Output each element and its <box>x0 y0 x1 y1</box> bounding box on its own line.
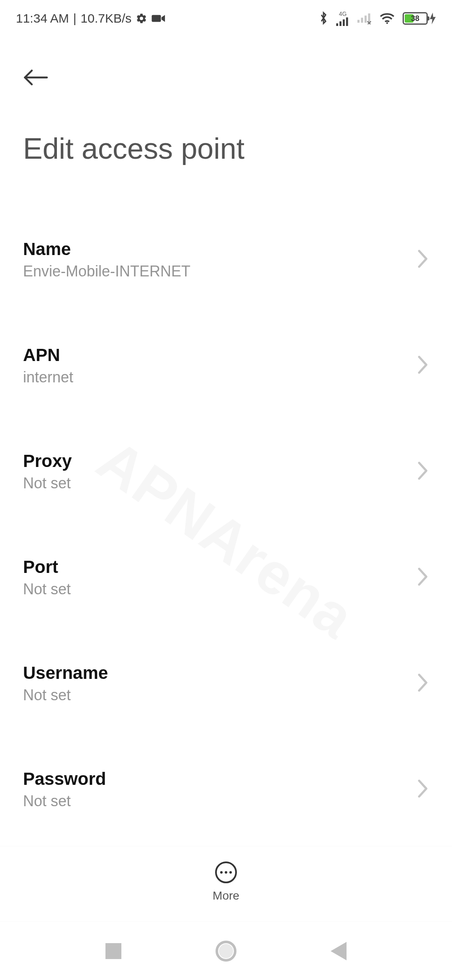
item-label: Proxy <box>23 451 72 471</box>
item-text: PasswordNot set <box>23 769 106 810</box>
list-item[interactable]: PasswordNot set <box>0 752 452 827</box>
item-value: Not set <box>23 475 72 492</box>
list-item[interactable]: NameEnvie-Mobile-INTERNET <box>0 222 452 297</box>
svg-rect-8 <box>368 13 370 23</box>
item-label: Password <box>23 769 106 789</box>
nav-back-button[interactable] <box>331 942 347 960</box>
header: Edit access point <box>0 29 452 165</box>
nav-recent-button[interactable] <box>105 943 121 959</box>
item-value: Envie-Mobile-INTERNET <box>23 263 190 280</box>
battery-percent: 38 <box>404 14 426 23</box>
system-nav-bar <box>0 921 452 980</box>
camera-icon <box>152 14 166 23</box>
svg-rect-4 <box>346 18 348 26</box>
item-text: UsernameNot set <box>23 663 108 704</box>
chevron-right-icon <box>416 673 429 694</box>
item-label: Port <box>23 557 71 577</box>
item-text: NameEnvie-Mobile-INTERNET <box>23 239 190 280</box>
list-item[interactable]: APNinternet <box>0 328 452 403</box>
more-icon <box>215 861 237 883</box>
svg-rect-6 <box>361 18 363 23</box>
chevron-right-icon <box>416 567 429 588</box>
more-button[interactable]: More <box>213 861 239 903</box>
list-item[interactable]: PortNot set <box>0 540 452 615</box>
wifi-icon <box>379 12 395 25</box>
chevron-right-icon <box>416 355 429 377</box>
chevron-right-icon <box>416 461 429 482</box>
item-text: APNinternet <box>23 345 73 386</box>
list-item[interactable]: ProxyNot set <box>0 434 452 509</box>
status-net-speed: 10.7KB/s <box>81 11 132 26</box>
back-button[interactable] <box>23 63 52 92</box>
status-bar: 11:34 AM | 10.7KB/s 4G <box>0 0 452 29</box>
svg-rect-1 <box>336 23 338 26</box>
chevron-right-icon <box>416 779 429 800</box>
bluetooth-icon <box>319 11 328 26</box>
svg-rect-2 <box>339 21 342 26</box>
arrow-left-icon <box>23 68 48 87</box>
svg-rect-7 <box>365 15 367 23</box>
signal-4g-label: 4G <box>339 11 347 17</box>
more-label: More <box>213 889 239 903</box>
signal-4g-icon: 4G <box>336 11 350 26</box>
item-value: Not set <box>23 686 108 704</box>
svg-rect-5 <box>357 20 360 23</box>
svg-rect-3 <box>343 19 345 26</box>
svg-rect-0 <box>152 15 161 22</box>
battery-icon: 38 <box>403 12 436 25</box>
item-value: Not set <box>23 580 71 598</box>
nav-home-button[interactable] <box>216 941 236 962</box>
page-title: Edit access point <box>23 132 429 165</box>
item-value: Not set <box>23 792 106 810</box>
item-value: internet <box>23 369 73 386</box>
item-text: PortNot set <box>23 557 71 598</box>
svg-point-9 <box>386 22 388 24</box>
toolbar: More <box>0 846 452 917</box>
status-left: 11:34 AM | 10.7KB/s <box>16 11 166 26</box>
list-item[interactable]: UsernameNot set <box>0 646 452 721</box>
settings-list: NameEnvie-Mobile-INTERNETAPNinternetProx… <box>0 222 452 842</box>
status-time: 11:34 AM <box>16 11 69 26</box>
item-label: Username <box>23 663 108 683</box>
item-label: APN <box>23 345 73 365</box>
status-right: 4G 38 <box>319 11 436 26</box>
gear-icon <box>136 13 147 24</box>
signal-nosim-icon <box>357 13 372 24</box>
item-text: ProxyNot set <box>23 451 72 492</box>
status-sep: | <box>73 11 77 26</box>
charging-icon <box>429 13 436 24</box>
item-label: Name <box>23 239 190 259</box>
chevron-right-icon <box>416 249 429 271</box>
